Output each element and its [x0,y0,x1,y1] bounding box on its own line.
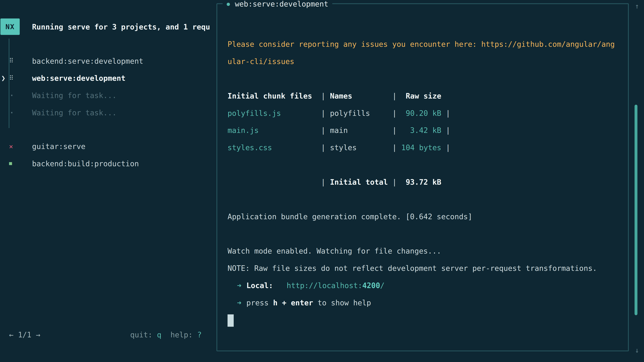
page-indicator: 1/1 [18,330,31,339]
sidebar-footer: ←1/1→ quit:qhelp:? [0,326,208,343]
task-label: guitar:serve [32,142,85,150]
local-url-line: ➜Local:http://localhost:4200/ [228,277,628,294]
help-keys-text: h + enter [273,298,313,307]
url-host: http://localhost: [286,281,362,290]
chunk-name: styles [330,139,392,156]
success-square-icon: ■ [9,161,32,166]
chunk-size: 104 bytes [401,139,442,156]
quit-key: q [157,330,162,339]
nx-terminal-ui: NX Running serve for 3 projects, and 1 r… [0,0,644,362]
table-pipe: | [321,143,326,152]
chunk-file: polyfills.js [228,105,321,122]
keyboard-hints: quit:qhelp:? [130,330,202,339]
task-item-backend-serve[interactable]: ⠿backend:serve:development [0,52,208,69]
total-label: Initial total [330,174,392,191]
chunk-table-row: main.js|main|3.42 kB| [228,122,628,139]
sidebar-title: Running serve for 3 projects, and 1 requ [32,22,213,31]
scroll-down-icon[interactable]: ↓ [632,346,642,354]
selected-chevron-icon: ❯ [1,74,5,82]
scrollbar-thumb[interactable] [634,105,638,315]
nx-logo: NX [0,18,20,35]
task-label: backend:serve:development [32,56,144,65]
task-label: Waiting for task... [32,91,116,99]
task-label: backend:build:production [32,159,139,168]
task-item-web-serve[interactable]: ❯⠿web:serve:development [0,69,208,87]
task-item-waiting-1[interactable]: ·Waiting for task... [0,87,208,104]
issue-report-line-1: Please consider reporting any issues you… [228,36,628,53]
table-pipe: | [321,91,326,100]
table-pipe: | [446,143,450,152]
terminal-cursor [228,314,234,327]
scroll-up-icon[interactable]: ↑ [632,2,642,10]
terminal-output: Please consider reporting any issues you… [217,4,628,329]
waiting-dot-icon: · [9,90,32,100]
terminal-output-panel: ●web:serve:development Please consider r… [216,3,629,352]
table-pipe: | [446,109,450,117]
watch-mode-line: Watch mode enabled. Watching for file ch… [228,243,628,260]
task-item-backend-build[interactable]: ■backend:build:production [0,155,208,172]
help-hint-line: ➜press h + enter to show help [228,294,628,312]
finished-task-list: ✕guitar:serve ■backend:build:production [0,137,208,172]
local-label: Local: [246,281,273,290]
page-next-icon[interactable]: → [36,330,40,339]
arrow-right-icon: ➜ [237,298,242,307]
failed-cross-icon: ✕ [9,142,32,150]
initial-total-row: |Initial total|93.72 kB [228,174,628,191]
url-slash: / [380,281,384,290]
task-item-guitar-serve[interactable]: ✕guitar:serve [0,137,208,155]
table-pipe: | [321,109,326,117]
cursor-line [228,312,628,329]
table-pipe: | [321,178,326,186]
total-size: 93.72 kB [401,174,442,191]
chunk-size: 3.42 kB [401,122,442,139]
terminal-panel-title: ●web:serve:development [222,0,332,9]
table-pipe: | [392,126,397,135]
running-task-list: ⠿backend:serve:development ❯⠿web:serve:d… [0,52,208,121]
table-pipe: | [392,109,397,117]
quit-hint-label: quit: [130,330,152,339]
help-hint-label: help: [170,330,193,339]
table-pipe: | [392,178,397,186]
help-rest-text: to show help [313,298,371,307]
spinner-icon: ⠿ [9,74,32,82]
table-pipe: | [392,143,397,152]
chunk-file: main.js [228,122,321,139]
task-label: web:serve:development [32,74,126,82]
chunk-file: styles.css [228,139,321,156]
chunk-name: main [330,122,392,139]
status-dot-icon: ● [227,1,230,7]
chunk-size: 90.20 kB [401,105,442,122]
table-pipe: | [446,126,450,135]
table-pipe: | [321,126,326,135]
task-item-waiting-2[interactable]: ·Waiting for task... [0,104,208,121]
task-label: Waiting for task... [32,108,116,117]
arrow-right-icon: ➜ [237,281,242,290]
header-names: Names [330,87,392,105]
url-port: 4200 [362,281,380,290]
help-key: ? [197,330,202,339]
help-press-text: press [246,298,273,307]
waiting-dot-icon: · [9,107,32,117]
brand-row: NX Running serve for 3 projects, and 1 r… [0,18,213,35]
header-files: Initial chunk files [228,87,321,105]
header-raw-size: Raw size [401,87,442,105]
chunk-table-row: polyfills.js|polyfills|90.20 kB| [228,105,628,122]
table-pipe: | [392,91,397,100]
issue-report-line-2: ular-cli/issues [228,53,628,70]
chunk-name: polyfills [330,105,392,122]
spinner-icon: ⠿ [9,57,32,64]
chunk-table-row: styles.css|styles|104 bytes| [228,139,628,156]
bundle-complete-line: Application bundle generation complete. … [228,208,628,225]
terminal-title-text: web:serve:development [235,0,328,8]
local-url-link[interactable]: http://localhost:4200/ [286,281,384,290]
chunk-table-header: Initial chunk files|Names|Raw size [228,87,628,105]
note-line: NOTE: Raw file sizes do not reflect deve… [228,260,628,277]
page-prev-icon[interactable]: ← [9,330,14,339]
pagination: ←1/1→ [9,330,40,339]
